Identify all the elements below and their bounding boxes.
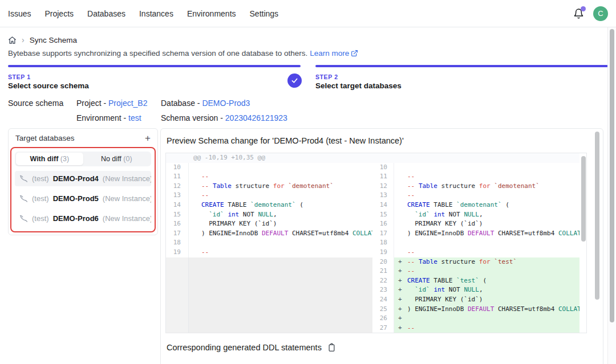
code-token: `test` (491, 258, 517, 265)
page-scrollbar-track (607, 27, 616, 364)
added-line-marker: + (398, 276, 402, 286)
step-label: STEP 1 (8, 73, 301, 80)
field-label: Environment - (76, 113, 128, 122)
diff-filler-row (166, 305, 372, 314)
field-value-link[interactable]: Project_B2 (108, 99, 147, 108)
db-item-demo-prod6[interactable]: (test) DEMO-Prod6 (New Instance) (15, 211, 151, 226)
tab-with-diff[interactable]: With diff (3) (16, 153, 83, 165)
code-line: 16 PRIMARY KEY (`id`) (372, 219, 579, 229)
code-content: -- (189, 172, 372, 182)
line-number: 23 (372, 285, 394, 295)
field-value-link[interactable]: 20230426121923 (225, 113, 287, 122)
code-token: -- (407, 267, 415, 275)
code-content: PRIMARY KEY (`id`) (394, 219, 579, 229)
home-icon[interactable] (8, 36, 17, 44)
learn-more-link[interactable]: Learn more (310, 49, 358, 58)
field-value-link[interactable]: DEMO-Prod3 (202, 99, 250, 108)
code-token: -- (201, 248, 209, 256)
code-token: COLLATE (352, 230, 372, 237)
source-field-environment: Environment - test (76, 113, 161, 122)
page-scrollbar-thumb[interactable] (610, 29, 614, 322)
line-number-gutter (166, 257, 189, 267)
code-content: -- (189, 248, 372, 257)
nav-item-databases[interactable]: Databases (87, 9, 125, 18)
nav-item-instances[interactable]: Instances (139, 9, 173, 18)
code-token: -- (407, 324, 415, 332)
db-item-demo-prod5[interactable]: (test) DEMO-Prod5 (New Instance) (15, 191, 151, 206)
line-number-gutter (166, 324, 189, 333)
code-token: for (273, 182, 285, 190)
db-item-demo-prod4[interactable]: (test) DEMO-Prod4 (New Instance) (15, 171, 151, 186)
added-line-marker: + (398, 295, 402, 305)
line-number: 12 (372, 182, 394, 191)
avatar[interactable]: C (593, 6, 608, 21)
mysql-icon (19, 215, 28, 223)
nav-item-issues[interactable]: Issues (8, 9, 31, 18)
code-token (407, 211, 415, 218)
nav-right: C (573, 6, 608, 21)
code-content: +-- Table structure for `test` (394, 257, 579, 267)
step-label: STEP 2 (315, 73, 608, 80)
code-token: ) ENGINE=InnoDB (201, 230, 262, 237)
code-line: 18 (372, 238, 579, 248)
code-line: 10 (372, 163, 579, 173)
code-token: for (479, 182, 491, 190)
code-content: -- Table structure for `demotenant` (394, 182, 579, 191)
panel-scrollbar-thumb[interactable] (595, 132, 599, 300)
code-content: -- (189, 191, 372, 201)
code-content: -- (394, 172, 579, 182)
added-line-marker: + (398, 267, 402, 276)
field-label: Project - (76, 99, 108, 108)
diff-filler-row (166, 276, 372, 286)
notifications-button[interactable] (573, 8, 585, 19)
line-number: 21 (372, 267, 394, 276)
line-number-gutter (166, 314, 189, 324)
code-content: +CREATE TABLE `test` ( (394, 276, 579, 286)
step-2: STEP 2Select target databases (315, 65, 608, 90)
code-content: ) ENGINE=InnoDB DEFAULT CHARSET=utf8mb4 … (189, 229, 372, 239)
diff-scrollbar-thumb[interactable] (581, 156, 586, 242)
code-content: -- (394, 191, 579, 201)
code-content (189, 163, 372, 173)
diff-pane-source: @@ -10,19 +10,35 @@1011--12-- Table stru… (166, 153, 372, 333)
diff-filler-row (166, 324, 372, 333)
breadcrumb: › Sync Schema (8, 35, 608, 44)
source-field-database: Database - DEMO-Prod3 (161, 99, 608, 108)
copy-ddl-button[interactable] (327, 343, 336, 352)
add-target-database-button[interactable]: + (144, 133, 152, 143)
code-token: Table (419, 258, 437, 265)
preview-panel: Preview Schema change for 'DEMO-Prod4 (t… (160, 128, 603, 364)
code-token: COLLATE (558, 230, 579, 237)
nav-item-projects[interactable]: Projects (44, 9, 74, 18)
line-number: 19 (166, 248, 189, 257)
code-content: CREATE TABLE `demotenant` ( (394, 201, 579, 210)
line-number: 19 (372, 248, 394, 257)
code-line: 23+ `id` int NOT NULL, (372, 285, 579, 295)
code-token: CHARSET=utf8mb4 (288, 230, 352, 237)
diff-filler-row (166, 295, 372, 305)
line-number-gutter (166, 285, 189, 295)
diff-filler (189, 295, 372, 305)
code-token: structure (437, 182, 479, 190)
code-content: -- (394, 248, 579, 257)
db-note: (New Instance) (103, 214, 151, 223)
field-value-link[interactable]: test (128, 113, 141, 122)
code-token: TABLE (430, 277, 456, 284)
diff-filler (189, 257, 372, 267)
line-number: 27 (372, 324, 394, 333)
code-token: TABLE (224, 201, 250, 208)
code-token: -- (407, 173, 415, 180)
code-token: structure (232, 182, 273, 190)
nav-item-settings[interactable]: Settings (250, 9, 279, 18)
code-token: PRIMARY KEY (`id`) (407, 220, 483, 227)
nav-item-environments[interactable]: Environments (187, 9, 236, 18)
line-number: 13 (166, 191, 189, 201)
line-number-gutter (166, 267, 189, 276)
diff-filler (189, 285, 372, 295)
code-token: int (433, 286, 445, 293)
tab-label: No diff (101, 155, 123, 163)
code-line: 11-- (372, 172, 579, 182)
line-number: 17 (372, 229, 394, 239)
top-nav: IssuesProjectsDatabasesInstancesEnvironm… (0, 0, 616, 27)
tab-no-diff[interactable]: No diff (0) (83, 153, 151, 165)
